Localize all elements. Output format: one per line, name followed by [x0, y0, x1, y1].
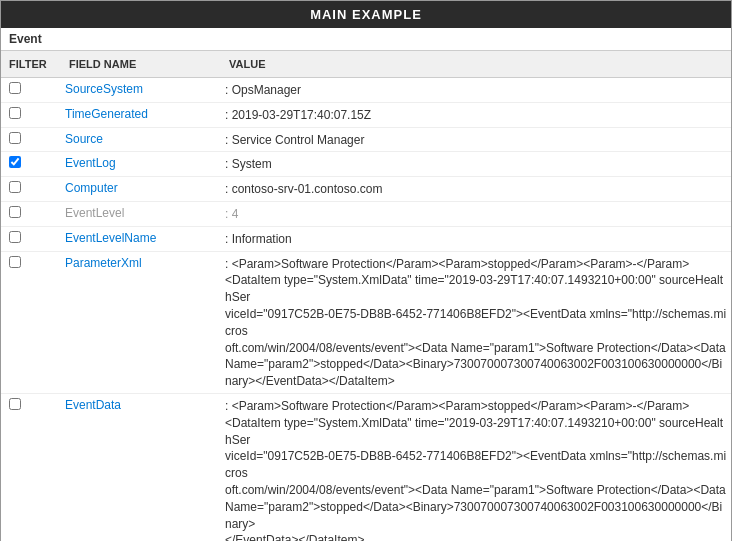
table-row: Source: Service Control Manager — [1, 128, 731, 153]
fieldname-row-eventlog: EventLog — [61, 152, 221, 173]
checkbox-row-parameterxml[interactable] — [9, 256, 21, 268]
cell-filter-row-parameterxml — [1, 252, 61, 271]
fieldname-row-source: Source — [61, 128, 221, 149]
checkbox-row-eventlevel[interactable] — [9, 206, 21, 218]
table-row: EventLevelName: Information — [1, 227, 731, 252]
table-row: EventData: <Param>Software Protection</P… — [1, 394, 731, 541]
fieldname-row-parameterxml: ParameterXml — [61, 252, 221, 273]
section-header: Event — [1, 28, 731, 51]
value-row-source: : Service Control Manager — [221, 128, 731, 152]
checkbox-row-source[interactable] — [9, 132, 21, 144]
table-row: SourceSystem: OpsManager — [1, 78, 731, 103]
fieldname-row-eventlevel: EventLevel — [61, 202, 221, 223]
table-row: Computer: contoso-srv-01.contoso.com — [1, 177, 731, 202]
cell-filter-row-eventlevelname — [1, 227, 61, 246]
main-window: MAIN EXAMPLE Event FILTER FIELD NAME VAL… — [0, 0, 732, 541]
cell-filter-row-computer — [1, 177, 61, 196]
checkbox-row-sourcesystem[interactable] — [9, 82, 21, 94]
cell-filter-row-eventlevel — [1, 202, 61, 221]
fieldname-row-timegenerated: TimeGenerated — [61, 103, 221, 124]
fieldname-row-eventdata: EventData — [61, 394, 221, 415]
value-row-timegenerated: : 2019-03-29T17:40:07.15Z — [221, 103, 731, 127]
checkbox-row-eventlevelname[interactable] — [9, 231, 21, 243]
checkbox-row-eventdata[interactable] — [9, 398, 21, 410]
fieldname-row-eventlevelname: EventLevelName — [61, 227, 221, 248]
value-row-eventdata: : <Param>Software Protection</Param><Par… — [221, 394, 731, 541]
table-row: EventLevel: 4 — [1, 202, 731, 227]
cell-filter-row-eventlog — [1, 152, 61, 171]
col-value: VALUE — [221, 55, 731, 73]
table-row: EventLog: System — [1, 152, 731, 177]
checkbox-row-computer[interactable] — [9, 181, 21, 193]
col-filter: FILTER — [1, 55, 61, 73]
table-body: SourceSystem: OpsManagerTimeGenerated: 2… — [1, 78, 731, 541]
table-row: TimeGenerated: 2019-03-29T17:40:07.15Z — [1, 103, 731, 128]
checkbox-row-timegenerated[interactable] — [9, 107, 21, 119]
value-row-sourcesystem: : OpsManager — [221, 78, 731, 102]
cell-filter-row-timegenerated — [1, 103, 61, 122]
value-row-eventlog: : System — [221, 152, 731, 176]
cell-filter-row-source — [1, 128, 61, 147]
col-fieldname: FIELD NAME — [61, 55, 221, 73]
value-row-parameterxml: : <Param>Software Protection</Param><Par… — [221, 252, 731, 393]
fieldname-row-computer: Computer — [61, 177, 221, 198]
window-title: MAIN EXAMPLE — [310, 7, 422, 22]
fieldname-row-sourcesystem: SourceSystem — [61, 78, 221, 99]
value-row-eventlevel: : 4 — [221, 202, 731, 226]
title-bar: MAIN EXAMPLE — [1, 1, 731, 28]
value-row-computer: : contoso-srv-01.contoso.com — [221, 177, 731, 201]
cell-filter-row-eventdata — [1, 394, 61, 413]
table-header: FILTER FIELD NAME VALUE — [1, 51, 731, 78]
cell-filter-row-sourcesystem — [1, 78, 61, 97]
checkbox-row-eventlog[interactable] — [9, 156, 21, 168]
value-row-eventlevelname: : Information — [221, 227, 731, 251]
table-row: ParameterXml: <Param>Software Protection… — [1, 252, 731, 394]
